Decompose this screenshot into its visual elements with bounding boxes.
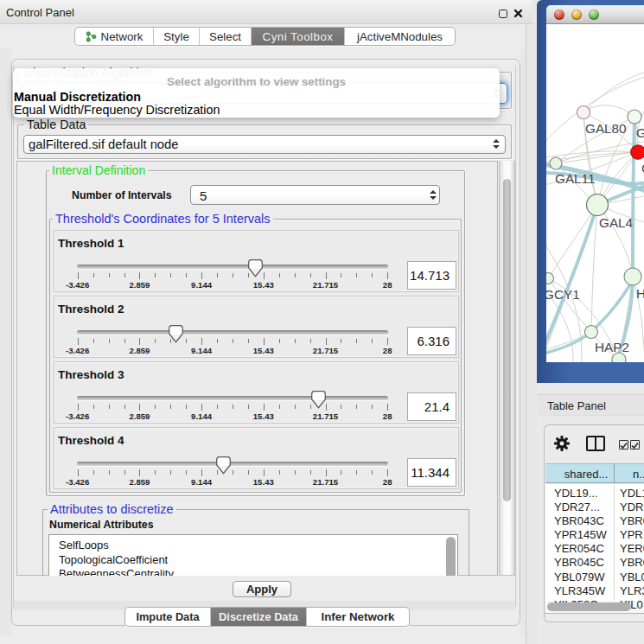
svg-text:GA: GA [636,125,644,140]
svg-text:H: H [636,286,644,301]
svg-text:HAP2: HAP2 [595,340,629,354]
svg-text:GAL4: GAL4 [599,215,634,230]
svg-text:GCY1: GCY1 [546,287,580,302]
svg-text:GAL11: GAL11 [555,171,596,186]
svg-text:GAL80: GAL80 [585,121,627,136]
